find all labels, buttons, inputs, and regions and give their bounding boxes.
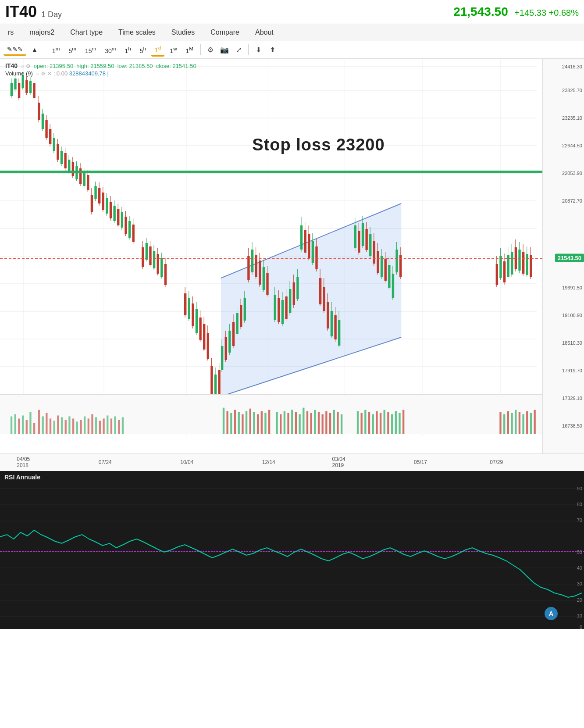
date-05-17: 05/17 (414, 459, 427, 465)
svg-rect-260 (118, 420, 120, 434)
svg-rect-266 (238, 412, 240, 433)
vol-settings-icon[interactable]: ⚙ (41, 71, 46, 77)
svg-rect-270 (253, 412, 255, 433)
tf-1h[interactable]: 1h (121, 44, 134, 56)
svg-rect-285 (314, 410, 316, 433)
drawing-tool-triangle[interactable]: ▲ (28, 44, 41, 55)
nav-bar: rs majors2 Chart type Time scales Studie… (0, 24, 584, 41)
svg-rect-305 (402, 410, 404, 433)
svg-rect-234 (18, 418, 20, 434)
tf-1m[interactable]: 1m (49, 44, 64, 56)
nav-rs[interactable]: rs (0, 26, 21, 39)
svg-rect-249 (76, 421, 78, 434)
stop-loss-line (0, 171, 542, 173)
svg-rect-302 (391, 414, 393, 434)
rsi-svg (0, 484, 584, 629)
svg-rect-280 (295, 412, 297, 433)
date-12-14: 12/14 (262, 459, 275, 465)
svg-rect-237 (29, 412, 31, 433)
vol-x-icon[interactable]: ✕ (47, 71, 52, 77)
svg-rect-315 (534, 410, 535, 433)
svg-rect-268 (246, 411, 247, 433)
nav-about[interactable]: About (247, 26, 281, 39)
svg-rect-261 (122, 417, 124, 434)
svg-rect-87 (142, 247, 144, 267)
separator-1 (45, 44, 45, 55)
upload-icon[interactable]: ⬆ (266, 43, 278, 56)
svg-rect-286 (318, 412, 320, 433)
svg-rect-240 (42, 416, 43, 434)
svg-rect-298 (376, 411, 377, 433)
price-17919: 17919.70 (562, 368, 582, 373)
svg-rect-303 (395, 411, 397, 433)
price-axis: 24416.30 23825.70 23235.10 22644.50 2205… (542, 59, 584, 453)
svg-rect-233 (14, 414, 16, 434)
svg-rect-99 (164, 264, 167, 285)
nav-studies[interactable]: Studies (164, 26, 203, 39)
tf-5h[interactable]: 5h (136, 44, 150, 56)
tf-15m[interactable]: 15m (82, 44, 100, 56)
tf-1d[interactable]: 1d (151, 43, 164, 57)
tf-30m[interactable]: 30m (101, 44, 119, 56)
svg-rect-272 (261, 411, 263, 433)
toolbar: ✎✎✎ ▲ 1m 5m 15m 30m 1h 5h 1d 1w 1M ⚙ 📷 ⤢… (0, 41, 584, 59)
settings-small-icon[interactable]: ⚙ (26, 63, 31, 69)
svg-rect-77 (117, 209, 119, 225)
camera-icon[interactable]: 📷 (218, 43, 231, 56)
svg-rect-256 (103, 418, 104, 434)
svg-rect-291 (337, 412, 338, 433)
chart-container: Stop loss 23200 IT40 ○ ⚙ open: 21395.50 … (0, 59, 584, 471)
svg-rect-274 (268, 410, 270, 433)
indicator-dot-a[interactable]: A (545, 607, 558, 620)
tf-5m[interactable]: 5m (65, 44, 80, 56)
svg-rect-243 (53, 421, 55, 434)
svg-rect-314 (530, 413, 532, 433)
svg-rect-282 (303, 407, 304, 433)
nav-time-scales[interactable]: Time scales (110, 26, 164, 39)
svg-rect-293 (357, 411, 359, 433)
timeframe-label: 1 Day (41, 10, 62, 19)
vol-eye-icon[interactable]: ○ (36, 71, 39, 77)
chart-symbol-row: IT40 ○ ⚙ open: 21395.50 high: 21559.50 l… (5, 62, 196, 69)
svg-rect-238 (33, 423, 35, 434)
svg-rect-255 (99, 421, 101, 434)
chart-header: IT40 1 Day 21,543.50 +145.33 +0.68% (0, 0, 584, 24)
nav-chart-type[interactable]: Chart type (62, 26, 110, 39)
svg-rect-247 (68, 416, 70, 434)
svg-rect-297 (372, 414, 374, 434)
settings-icon[interactable]: ⚙ (204, 43, 217, 56)
nav-majors2[interactable]: majors2 (21, 26, 62, 39)
svg-rect-308 (507, 411, 509, 433)
tf-1M[interactable]: 1M (182, 44, 197, 56)
price-19691: 19691.50 (562, 285, 582, 290)
fullscreen-icon[interactable]: ⤢ (232, 43, 245, 56)
chart-main[interactable]: Stop loss 23200 IT40 ○ ⚙ open: 21395.50 … (0, 59, 584, 453)
svg-rect-258 (110, 418, 112, 434)
download-icon[interactable]: ⬇ (252, 43, 264, 56)
svg-rect-31 (29, 81, 32, 93)
svg-rect-241 (46, 413, 47, 433)
nav-compare[interactable]: Compare (203, 26, 247, 39)
drawing-tool-pencil[interactable]: ✎✎✎ (4, 44, 26, 56)
svg-rect-290 (333, 410, 335, 433)
svg-rect-262 (223, 407, 224, 433)
rsi-title: RSI Annuale (0, 471, 584, 483)
svg-rect-300 (384, 410, 385, 433)
price-22644: 22644.50 (562, 143, 582, 148)
date-04-05: 04/052018 (17, 456, 30, 468)
svg-rect-271 (257, 414, 259, 434)
svg-rect-269 (249, 408, 251, 433)
volume-bars (0, 394, 542, 434)
svg-rect-43 (53, 138, 55, 151)
tf-1w[interactable]: 1w (166, 44, 180, 56)
svg-rect-140 (251, 250, 253, 272)
svg-rect-311 (519, 412, 520, 433)
svg-rect-306 (499, 412, 501, 433)
eye-icon[interactable]: ○ (21, 63, 24, 69)
svg-rect-299 (380, 413, 381, 433)
svg-rect-277 (284, 411, 285, 433)
header-left: IT40 1 Day (5, 3, 62, 21)
svg-rect-253 (91, 414, 93, 434)
volume-zero-label: : 0.00 (53, 70, 68, 77)
indicator-label: A (549, 610, 553, 617)
